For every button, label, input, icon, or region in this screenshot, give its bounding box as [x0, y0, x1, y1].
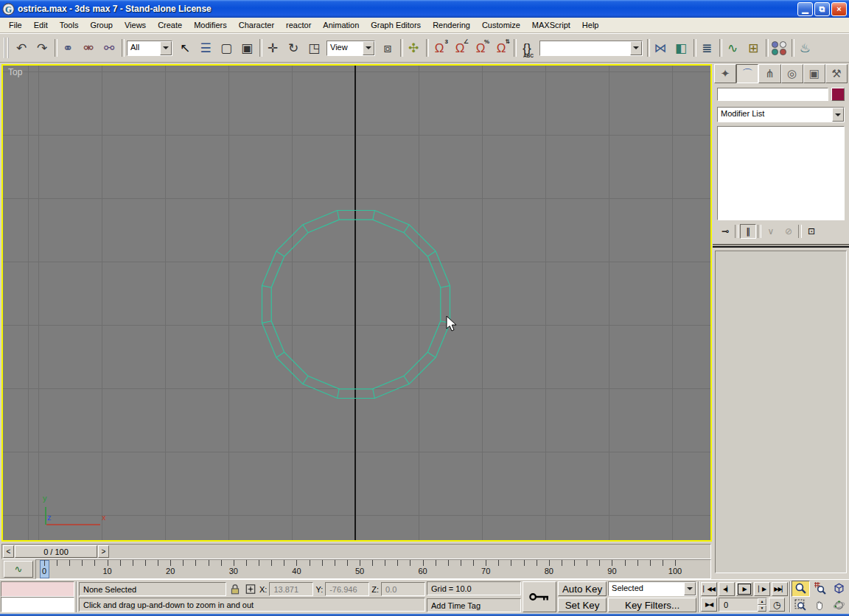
arc-rotate-button[interactable]: [830, 598, 848, 614]
menu-help[interactable]: Help: [576, 19, 605, 31]
time-slider-prev-arrow[interactable]: <: [3, 545, 14, 558]
tab-motion[interactable]: ◎: [781, 64, 803, 83]
menu-graph-editors[interactable]: Graph Editors: [365, 19, 427, 31]
align-button[interactable]: ◧: [671, 37, 691, 59]
menu-reactor[interactable]: reactor: [280, 19, 317, 31]
menu-file[interactable]: File: [3, 19, 28, 31]
schematic-view-button[interactable]: ⊞: [743, 37, 764, 59]
tab-utilities[interactable]: ⚒: [825, 64, 848, 83]
time-slider-next-arrow[interactable]: >: [98, 545, 109, 558]
snaps-toggle-button[interactable]: Ω3: [429, 37, 450, 59]
zoom-button[interactable]: [792, 581, 810, 597]
menu-modifiers[interactable]: Modifiers: [188, 19, 233, 31]
window-crossing-toggle-button[interactable]: ▣: [237, 37, 257, 59]
spinner-snap-toggle-button[interactable]: Ω⇅: [491, 37, 511, 59]
select-and-manipulate-button[interactable]: ✣: [403, 37, 424, 59]
rectangular-selection-region-button[interactable]: ▢: [216, 37, 237, 59]
frame-spinner-down[interactable]: ▼: [758, 605, 766, 612]
add-time-tag[interactable]: Add Time Tag: [427, 598, 521, 612]
select-and-scale-button[interactable]: ◳: [304, 37, 324, 59]
next-frame-button[interactable]: ▏▶: [754, 582, 770, 596]
mirror-button[interactable]: ⋈: [650, 37, 671, 59]
named-selection-sets-dropdown[interactable]: [539, 41, 643, 56]
select-and-move-button[interactable]: ✛: [262, 37, 283, 59]
menu-views[interactable]: Views: [119, 19, 152, 31]
menu-maxscript[interactable]: MAXScript: [526, 19, 576, 31]
zoom-all-button[interactable]: [811, 581, 829, 597]
minimize-button[interactable]: ▁: [797, 2, 813, 16]
restore-button[interactable]: ⧉: [814, 2, 830, 16]
selection-filter-dropdown[interactable]: All: [127, 41, 172, 56]
previous-frame-button[interactable]: ◀▏: [719, 582, 735, 596]
z-coordinate-field[interactable]: 0.0: [381, 582, 425, 596]
frame-spinner-up[interactable]: ▲: [758, 598, 766, 605]
viewport-top[interactable]: Top y z x: [3, 66, 710, 540]
configure-modifier-sets-button[interactable]: ⊡: [803, 224, 820, 239]
track-bar[interactable]: 0102030405060708090100: [35, 559, 711, 579]
use-pivot-point-center-button[interactable]: ⧈: [377, 37, 398, 59]
select-by-name-button[interactable]: ☰: [195, 37, 216, 59]
bind-to-space-warp-button[interactable]: ⚯: [99, 37, 119, 59]
key-mode-toggle-button[interactable]: ▶◀: [701, 598, 717, 612]
select-and-link-button[interactable]: ⚭: [57, 37, 78, 59]
show-end-result-button[interactable]: ∥: [740, 224, 756, 239]
select-and-rotate-button[interactable]: ↻: [283, 37, 304, 59]
close-button[interactable]: ×: [831, 2, 847, 16]
region-zoom-button[interactable]: [792, 598, 810, 614]
tab-modify[interactable]: ⌒: [736, 64, 758, 83]
edit-named-selection-sets-button[interactable]: {}ABC: [517, 37, 537, 59]
modifier-list-dropdown[interactable]: Modifier List: [717, 107, 845, 122]
set-key-button[interactable]: Set Key: [558, 598, 607, 612]
time-slider-handle[interactable]: 0 / 100: [15, 545, 97, 558]
menu-edit[interactable]: Edit: [28, 19, 54, 31]
auto-key-button[interactable]: Auto Key: [558, 581, 607, 596]
play-button[interactable]: ▶: [736, 582, 752, 596]
set-keys-toggle-button[interactable]: [523, 581, 556, 612]
pan-button[interactable]: [811, 598, 829, 614]
torus-wireframe[interactable]: [3, 66, 710, 538]
title-bar[interactable]: G ostrica.max - 3ds max 7 - Stand-alone …: [0, 0, 849, 18]
render-scene-button[interactable]: ♨: [794, 37, 815, 59]
reference-coordinate-system-dropdown[interactable]: View: [326, 41, 375, 56]
viewport-label[interactable]: Top: [8, 67, 22, 77]
curve-editor-button[interactable]: ∿: [722, 37, 743, 59]
mini-listener-macro-line[interactable]: [1, 581, 74, 597]
time-slider-track[interactable]: [109, 545, 710, 558]
menu-character[interactable]: Character: [233, 19, 280, 31]
object-color-swatch[interactable]: [831, 88, 845, 101]
layer-manager-button[interactable]: ≣: [696, 37, 717, 59]
redo-button[interactable]: ↷: [32, 37, 52, 59]
menu-animation[interactable]: Animation: [317, 19, 365, 31]
x-coordinate-field[interactable]: 13.871: [269, 582, 313, 596]
time-configuration-button[interactable]: ◷: [769, 598, 785, 612]
menu-create[interactable]: Create: [152, 19, 188, 31]
zoom-extents-button[interactable]: [830, 581, 848, 597]
menu-tools[interactable]: Tools: [54, 19, 85, 31]
toolbar-drag-handle[interactable]: [4, 38, 9, 58]
pin-stack-button[interactable]: ⊸: [717, 224, 733, 239]
key-filter-scope-dropdown[interactable]: Selected: [608, 581, 696, 596]
undo-button[interactable]: ↶: [11, 37, 32, 59]
remove-modifier-button[interactable]: ⊘: [780, 224, 797, 239]
open-mini-curve-editor-button[interactable]: ∿: [4, 561, 33, 578]
unlink-selection-button[interactable]: ⚮: [78, 37, 99, 59]
select-object-button[interactable]: ↖: [175, 37, 195, 59]
y-coordinate-field[interactable]: -76.946: [325, 582, 369, 596]
key-filters-button[interactable]: Key Filters...: [608, 598, 696, 612]
menu-rendering[interactable]: Rendering: [427, 19, 476, 31]
material-editor-button[interactable]: [769, 37, 789, 59]
go-to-end-button[interactable]: ▶▶▏: [772, 582, 788, 596]
mini-listener-script-line[interactable]: [1, 597, 74, 612]
object-name-field[interactable]: [717, 88, 828, 101]
percent-snap-toggle-button[interactable]: Ω%: [470, 37, 491, 59]
tab-create[interactable]: ✦: [714, 64, 736, 83]
make-unique-button[interactable]: ∨: [763, 224, 779, 239]
tab-hierarchy[interactable]: ⋔: [758, 64, 780, 83]
modifier-stack-list[interactable]: [717, 126, 845, 220]
absolute-mode-transform-toggle[interactable]: [244, 583, 257, 596]
current-frame-input[interactable]: [722, 600, 755, 610]
angle-snap-toggle-button[interactable]: Ω∠: [450, 37, 470, 59]
tab-display[interactable]: ▣: [803, 64, 825, 83]
selection-lock-toggle[interactable]: [228, 583, 242, 596]
go-to-start-button[interactable]: ▏◀◀: [701, 582, 717, 596]
